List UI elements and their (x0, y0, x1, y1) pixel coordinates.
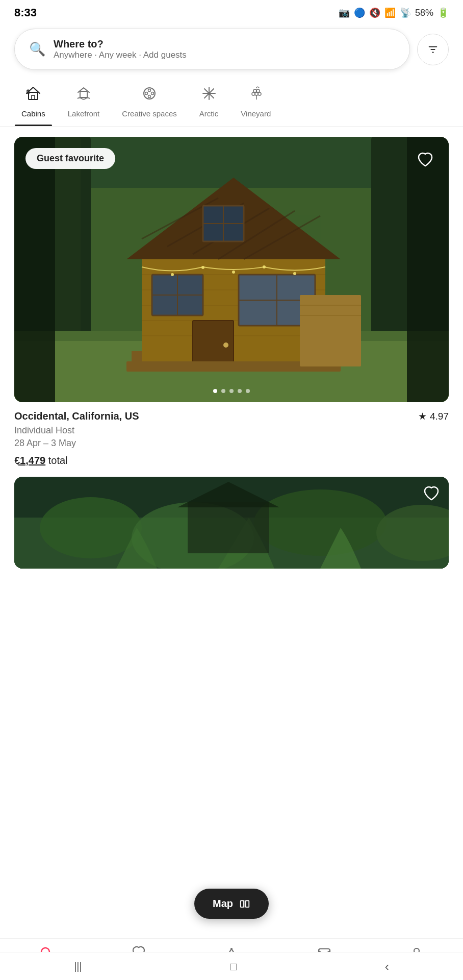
category-nav: Cabins Lakefront Creative spaces (0, 76, 463, 127)
android-menu-button[interactable]: ||| (74, 961, 82, 972)
price-value: £1,479 (14, 455, 45, 466)
status-icons: 📷 🔵 🔇 📶 📡 58% 🔋 (339, 7, 449, 18)
image-dots (213, 389, 250, 393)
svg-rect-3 (29, 92, 38, 100)
video-icon: 📷 (339, 7, 350, 18)
dot-1 (213, 389, 217, 393)
svg-rect-4 (32, 95, 35, 100)
svg-rect-77 (241, 900, 244, 907)
guest-favourite-badge: Guest favourite (25, 148, 115, 169)
filter-icon (427, 44, 439, 55)
svg-point-85 (230, 948, 233, 950)
mute-icon: 🔇 (369, 7, 380, 18)
svg-point-73 (254, 489, 387, 556)
svg-point-55 (171, 273, 174, 276)
rating-value: 4.97 (430, 411, 449, 422)
svg-point-56 (201, 266, 204, 269)
dot-5 (246, 389, 250, 393)
svg-point-21 (255, 92, 258, 95)
search-bar[interactable]: 🔍 Where to? Anywhere · Any week · Add gu… (14, 29, 410, 70)
svg-point-17 (208, 92, 210, 95)
svg-rect-7 (80, 91, 87, 97)
svg-rect-68 (407, 137, 449, 402)
listing-section: Guest favourite Occidental, California, … (0, 127, 463, 574)
listing-dates: 28 Apr – 3 May (14, 438, 449, 449)
status-time: 8:33 (14, 6, 37, 19)
svg-point-11 (151, 92, 154, 95)
search-text: Where to? Anywhere · Any week · Add gues… (54, 38, 187, 60)
star-icon: ★ (418, 410, 427, 422)
dot-3 (229, 389, 234, 393)
svg-rect-79 (246, 900, 249, 907)
category-item-vineyard[interactable]: Vineyard (229, 80, 282, 126)
status-bar: 8:33 📷 🔵 🔇 📶 📡 58% 🔋 (0, 0, 463, 23)
svg-point-58 (263, 265, 266, 268)
svg-point-10 (148, 89, 151, 92)
price-suffix: total (45, 455, 67, 466)
vineyard-label: Vineyard (241, 109, 271, 118)
svg-rect-67 (14, 137, 55, 402)
bluetooth-icon: 🔵 (354, 7, 365, 18)
category-item-creative-spaces[interactable]: Creative spaces (111, 80, 188, 126)
map-button[interactable]: Map (194, 889, 269, 919)
cabins-icon (25, 85, 41, 105)
svg-point-9 (145, 92, 148, 95)
listing-info-1: Occidental, California, US ★ 4.97 Indivi… (14, 402, 449, 467)
wishlist-button-1[interactable] (413, 148, 438, 173)
listing-rating: ★ 4.97 (418, 410, 449, 422)
lakefront-icon (75, 85, 92, 105)
signal-icon: 📡 (400, 7, 411, 18)
wifi-icon: 📶 (384, 7, 396, 18)
svg-point-54 (223, 342, 228, 348)
svg-point-12 (148, 95, 151, 98)
svg-rect-61 (132, 351, 142, 372)
category-item-cabins[interactable]: Cabins (10, 80, 57, 126)
search-subtitle: Anywhere · Any week · Add guests (54, 50, 187, 60)
arctic-label: Arctic (199, 109, 219, 118)
cabins-label: Cabins (21, 109, 45, 118)
svg-point-18 (253, 89, 256, 92)
listing-location: Occidental, California, US (14, 410, 139, 422)
svg-rect-66 (14, 372, 449, 402)
dot-2 (221, 389, 225, 393)
dot-4 (238, 389, 242, 393)
svg-point-20 (252, 92, 255, 95)
battery-level: 58% (415, 8, 433, 18)
lakefront-label: Lakefront (68, 109, 100, 118)
svg-point-22 (258, 92, 261, 95)
search-icon: 🔍 (29, 41, 45, 57)
android-home-button[interactable]: □ (230, 960, 237, 973)
android-nav-bar: ||| □ ‹ (0, 952, 463, 980)
search-title: Where to? (54, 38, 187, 50)
filter-button[interactable] (417, 34, 449, 65)
vineyard-icon (248, 85, 264, 105)
map-button-wrapper: Map (194, 889, 269, 919)
svg-rect-75 (188, 502, 269, 553)
android-back-button[interactable]: ‹ (385, 960, 389, 974)
listing-top-row: Occidental, California, US ★ 4.97 (14, 410, 449, 422)
svg-rect-63 (300, 295, 361, 366)
svg-point-8 (144, 88, 155, 99)
listing-image-1: Guest favourite (14, 137, 449, 402)
svg-point-57 (232, 271, 235, 274)
arctic-icon (201, 85, 217, 105)
category-item-arctic[interactable]: Arctic (188, 80, 230, 126)
category-item-lakefront[interactable]: Lakefront (57, 80, 111, 126)
search-container: 🔍 Where to? Anywhere · Any week · Add gu… (0, 23, 463, 76)
creative-spaces-icon (141, 85, 158, 105)
listing-card-1[interactable]: Guest favourite Occidental, California, … (14, 137, 449, 467)
svg-point-19 (256, 89, 260, 92)
listing-price: £1,479 total (14, 455, 449, 467)
listing-host: Individual Host (14, 425, 449, 436)
wishlist-button-2[interactable] (423, 486, 440, 506)
map-button-label: Map (213, 898, 233, 910)
battery-icon: 🔋 (438, 7, 449, 18)
map-icon (239, 898, 250, 910)
listing-card-2[interactable] (14, 477, 449, 569)
svg-point-59 (293, 272, 296, 275)
creative-spaces-label: Creative spaces (122, 109, 177, 118)
